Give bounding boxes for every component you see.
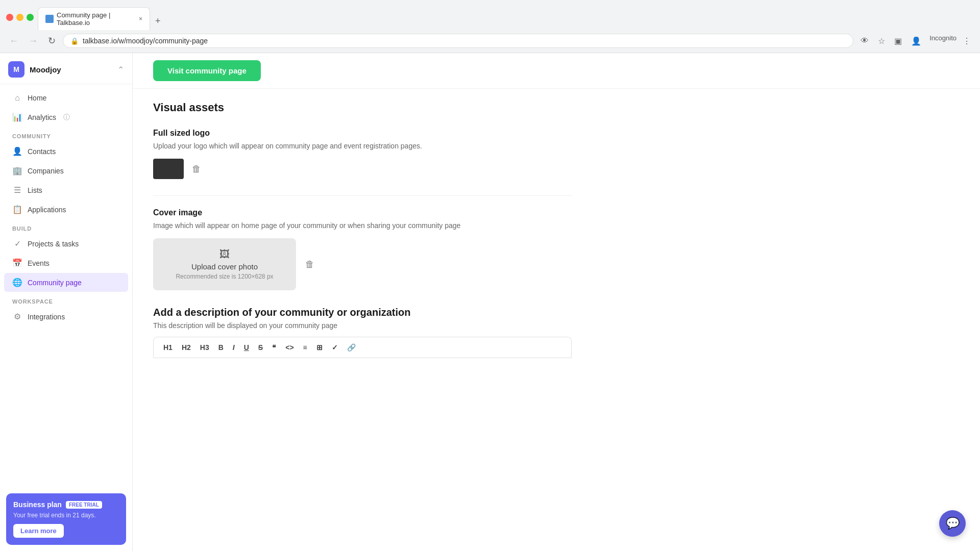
address-text: talkbase.io/w/moodjoy/community-page [83, 37, 208, 45]
editor-code-btn[interactable]: <> [282, 341, 297, 354]
plan-header: Business plan FREE TRIAL [13, 500, 119, 509]
forward-btn[interactable]: → [26, 34, 41, 48]
editor-strikethrough-btn[interactable]: S [255, 341, 266, 354]
active-tab[interactable]: Community page | Talkbase.io × [38, 7, 150, 30]
sidebar-item-analytics[interactable]: 📊 Analytics ⓘ [4, 108, 128, 127]
sidebar-item-label: Lists [28, 186, 42, 194]
upload-icon: 🖼 [174, 248, 276, 260]
editor-toolbar: H1 H2 H3 B I U S ❝ <> ≡ ⊞ ✓ 🔗 [153, 337, 572, 358]
upload-hint: Recommended size is 1200×628 px [174, 273, 276, 280]
browser-toolbar: ← → ↻ 🔒 talkbase.io/w/moodjoy/community-… [0, 30, 980, 53]
events-icon: 📅 [12, 258, 22, 268]
section-title: Visual assets [153, 101, 572, 114]
learn-more-button[interactable]: Learn more [13, 524, 64, 538]
editor-bold-btn[interactable]: B [215, 341, 227, 354]
app-layout: M Moodjoy ⌃ ⌂ Home 📊 Analytics ⓘ COMMUNI… [0, 53, 980, 551]
back-btn[interactable]: ← [6, 34, 21, 48]
description-section-subtitle: This description will be displayed on yo… [153, 321, 572, 330]
plan-description: Your free trial ends in 21 days. [13, 512, 119, 519]
upload-cover-box[interactable]: 🖼 Upload cover photo Recommended size is… [153, 238, 296, 290]
workspace-chevron-icon[interactable]: ⌃ [117, 65, 124, 74]
analytics-icon: 📊 [12, 112, 22, 122]
community-section-label: COMMUNITY [0, 127, 132, 141]
editor-link-btn[interactable]: 🔗 [344, 341, 359, 354]
logo-delete-button[interactable]: 🗑 [190, 162, 203, 177]
sidebar-item-integrations[interactable]: ⚙ Integrations [4, 307, 128, 326]
cover-field-label: Cover image [153, 208, 572, 217]
main-content: Visit community page Visual assets Full … [133, 53, 980, 551]
editor-quote-btn[interactable]: ❝ [268, 341, 280, 354]
editor-ordered-list-btn[interactable]: ⊞ [313, 341, 326, 354]
editor-italic-btn[interactable]: I [229, 341, 238, 354]
description-section-title: Add a description of your community or o… [153, 307, 572, 318]
sidebar-item-applications[interactable]: 📋 Applications [4, 200, 128, 219]
contacts-icon: 👤 [12, 146, 22, 156]
sidebar-item-home[interactable]: ⌂ Home [4, 89, 128, 107]
upload-label: Upload cover photo [174, 262, 276, 271]
editor-underline-btn[interactable]: U [240, 341, 253, 354]
lock-icon: 🔒 [70, 37, 79, 45]
tab-close-btn[interactable]: × [139, 15, 142, 22]
free-trial-badge: FREE TRIAL [66, 501, 102, 509]
address-bar[interactable]: 🔒 talkbase.io/w/moodjoy/community-page [63, 34, 853, 48]
toolbar-actions: 👁 ☆ ▣ 👤 Incognito ⋮ [857, 34, 974, 48]
more-btn[interactable]: ⋮ [960, 34, 974, 48]
incognito-label: Incognito [929, 34, 957, 48]
content-area: Visual assets Full sized logo Upload you… [133, 89, 592, 387]
sidebar-icon[interactable]: ▣ [891, 34, 905, 48]
sidebar-item-label: Applications [28, 206, 66, 214]
sidebar-item-label: Integrations [28, 313, 65, 321]
sidebar-nav: ⌂ Home 📊 Analytics ⓘ COMMUNITY 👤 Contact… [0, 84, 132, 331]
sidebar-item-community-page[interactable]: 🌐 Community page [4, 273, 128, 292]
editor-h3-btn[interactable]: H3 [197, 341, 213, 354]
sidebar-item-label: Projects & tasks [28, 240, 79, 248]
description-field-block: Add a description of your community or o… [153, 307, 572, 358]
top-banner: Visit community page [133, 53, 980, 89]
star-icon[interactable]: ☆ [875, 34, 888, 48]
sidebar: M Moodjoy ⌃ ⌂ Home 📊 Analytics ⓘ COMMUNI… [0, 53, 133, 551]
logo-field-desc: Upload your logo which will appear on co… [153, 141, 572, 152]
home-icon: ⌂ [12, 93, 22, 103]
window-max-btn[interactable] [27, 14, 34, 21]
sidebar-item-contacts[interactable]: 👤 Contacts [4, 142, 128, 161]
window-min-btn[interactable] [16, 14, 23, 21]
sidebar-item-projects[interactable]: ✓ Projects & tasks [4, 234, 128, 253]
sidebar-item-lists[interactable]: ☰ Lists [4, 181, 128, 199]
visit-community-page-button[interactable]: Visit community page [153, 60, 261, 81]
logo-field-block: Full sized logo Upload your logo which w… [153, 129, 572, 179]
companies-icon: 🏢 [12, 166, 22, 176]
build-section-label: BUILD [0, 219, 132, 234]
sidebar-item-label: Contacts [28, 147, 56, 156]
editor-h2-btn[interactable]: H2 [178, 341, 194, 354]
window-close-btn[interactable] [6, 14, 13, 21]
plan-title: Business plan [13, 500, 62, 509]
section-divider [153, 195, 572, 196]
editor-h1-btn[interactable]: H1 [160, 341, 176, 354]
cover-delete-button[interactable]: 🗑 [303, 257, 316, 272]
sidebar-header: M Moodjoy ⌃ [0, 53, 132, 84]
lists-icon: ☰ [12, 185, 22, 195]
profile-icon[interactable]: 👤 [908, 34, 924, 48]
browser-titlebar: Community page | Talkbase.io × + [0, 0, 980, 30]
editor-list-btn[interactable]: ≡ [300, 341, 311, 354]
sidebar-item-label: Community page [28, 279, 82, 287]
logo-row: 🗑 [153, 159, 572, 179]
new-tab-btn[interactable]: + [150, 12, 166, 30]
analytics-info-icon: ⓘ [63, 113, 70, 122]
sidebar-item-label: Home [28, 94, 46, 102]
sidebar-footer: Business plan FREE TRIAL Your free trial… [0, 487, 132, 551]
sidebar-item-events[interactable]: 📅 Events [4, 254, 128, 272]
upload-area: 🖼 Upload cover photo Recommended size is… [153, 238, 572, 290]
editor-check-btn[interactable]: ✓ [328, 341, 341, 354]
integrations-icon: ⚙ [12, 312, 22, 321]
eyeoff-icon[interactable]: 👁 [857, 34, 872, 48]
reload-btn[interactable]: ↻ [45, 33, 59, 48]
chat-fab-button[interactable]: 💬 [939, 510, 966, 537]
workspace-logo: M [8, 61, 24, 78]
window-controls [6, 14, 34, 21]
tab-bar: Community page | Talkbase.io × + [38, 7, 166, 30]
workspace-section-label: WORKSPACE [0, 292, 132, 307]
projects-icon: ✓ [12, 239, 22, 248]
logo-field-label: Full sized logo [153, 129, 572, 138]
sidebar-item-companies[interactable]: 🏢 Companies [4, 161, 128, 180]
